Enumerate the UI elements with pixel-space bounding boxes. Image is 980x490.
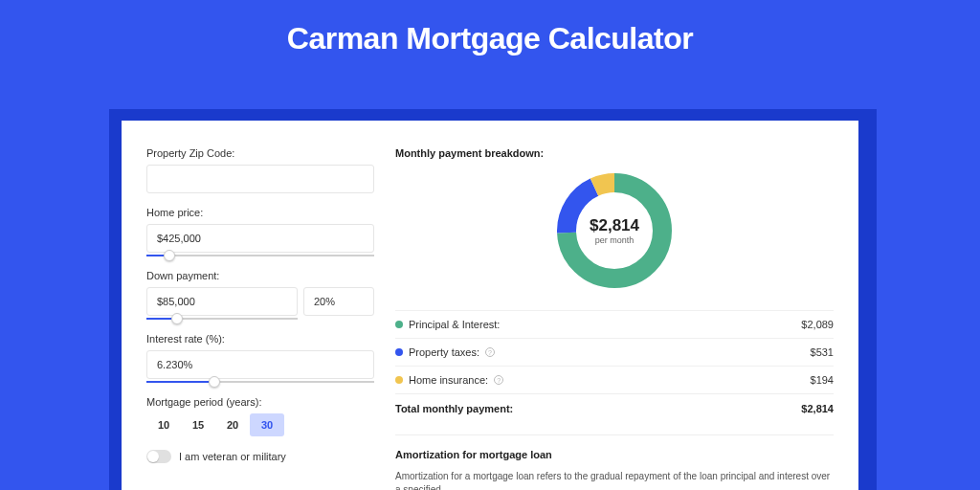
breakdown-label: Principal & Interest: bbox=[409, 319, 500, 330]
amortization-title: Amortization for mortgage loan bbox=[395, 449, 834, 460]
slider-thumb[interactable] bbox=[209, 376, 220, 388]
slider-fill bbox=[146, 381, 214, 383]
donut-chart: $2,814 per month bbox=[552, 168, 677, 293]
donut-amount: $2,814 bbox=[590, 216, 639, 235]
interest-slider[interactable] bbox=[146, 381, 374, 383]
down-payment-amount-input[interactable] bbox=[146, 287, 298, 316]
interest-field-group: Interest rate (%): bbox=[146, 333, 374, 383]
breakdown-label: Home insurance: bbox=[409, 374, 488, 386]
breakdown-row-principal: Principal & Interest: $2,089 bbox=[395, 310, 834, 338]
veteran-toggle-row: I am veteran or military bbox=[146, 450, 374, 463]
donut-chart-wrap: $2,814 per month bbox=[395, 168, 834, 293]
breakdown-label: Property taxes: bbox=[409, 346, 479, 358]
amortization-text: Amortization for a mortgage loan refers … bbox=[395, 470, 834, 490]
down-payment-label: Down payment: bbox=[146, 270, 374, 281]
breakdown-value: $194 bbox=[811, 374, 834, 386]
period-option-30[interactable]: 30 bbox=[250, 413, 284, 436]
period-option-15[interactable]: 15 bbox=[181, 413, 215, 436]
home-price-field-group: Home price: bbox=[146, 207, 374, 256]
legend-dot-icon bbox=[395, 321, 403, 328]
donut-center: $2,814 per month bbox=[552, 168, 677, 293]
calculator-frame: Property Zip Code: Home price: Down paym… bbox=[122, 121, 858, 490]
period-options: 10 15 20 30 bbox=[146, 413, 374, 436]
zip-field-group: Property Zip Code: bbox=[146, 147, 374, 193]
down-payment-percent-input[interactable] bbox=[303, 287, 374, 316]
slider-thumb[interactable] bbox=[164, 250, 175, 261]
page-title: Carman Mortgage Calculator bbox=[0, 0, 980, 74]
home-price-input[interactable] bbox=[146, 224, 374, 253]
veteran-label: I am veteran or military bbox=[179, 451, 286, 462]
breakdown-value: $2,089 bbox=[801, 319, 834, 330]
home-price-slider[interactable] bbox=[146, 255, 374, 256]
veteran-toggle[interactable] bbox=[146, 450, 171, 463]
total-value: $2,814 bbox=[801, 403, 834, 414]
donut-sub: per month bbox=[595, 235, 635, 245]
slider-thumb[interactable] bbox=[171, 313, 183, 324]
breakdown-row-insurance: Home insurance: ? $194 bbox=[395, 366, 834, 393]
down-payment-field-group: Down payment: bbox=[146, 270, 374, 320]
down-payment-slider[interactable] bbox=[146, 318, 298, 320]
legend-dot-icon bbox=[395, 376, 403, 384]
info-icon[interactable]: ? bbox=[494, 375, 503, 385]
zip-label: Property Zip Code: bbox=[146, 147, 374, 159]
toggle-knob bbox=[147, 451, 159, 462]
inputs-column: Property Zip Code: Home price: Down paym… bbox=[146, 147, 374, 490]
interest-input[interactable] bbox=[146, 350, 374, 379]
home-price-label: Home price: bbox=[146, 207, 374, 218]
amortization-section: Amortization for mortgage loan Amortizat… bbox=[395, 434, 834, 490]
period-option-10[interactable]: 10 bbox=[146, 413, 181, 436]
breakdown-total-row: Total monthly payment: $2,814 bbox=[395, 393, 834, 423]
zip-input[interactable] bbox=[146, 165, 374, 193]
breakdown-value: $531 bbox=[811, 346, 834, 358]
breakdown-title: Monthly payment breakdown: bbox=[395, 147, 834, 159]
interest-label: Interest rate (%): bbox=[146, 333, 374, 345]
info-icon[interactable]: ? bbox=[485, 347, 495, 357]
breakdown-row-taxes: Property taxes: ? $531 bbox=[395, 338, 834, 366]
period-label: Mortgage period (years): bbox=[146, 396, 374, 408]
total-label: Total monthly payment: bbox=[395, 403, 513, 414]
legend-dot-icon bbox=[395, 348, 403, 356]
period-option-20[interactable]: 20 bbox=[215, 413, 250, 436]
breakdown-column: Monthly payment breakdown: $2,814 per mo… bbox=[395, 147, 834, 490]
period-field-group: Mortgage period (years): 10 15 20 30 bbox=[146, 396, 374, 436]
